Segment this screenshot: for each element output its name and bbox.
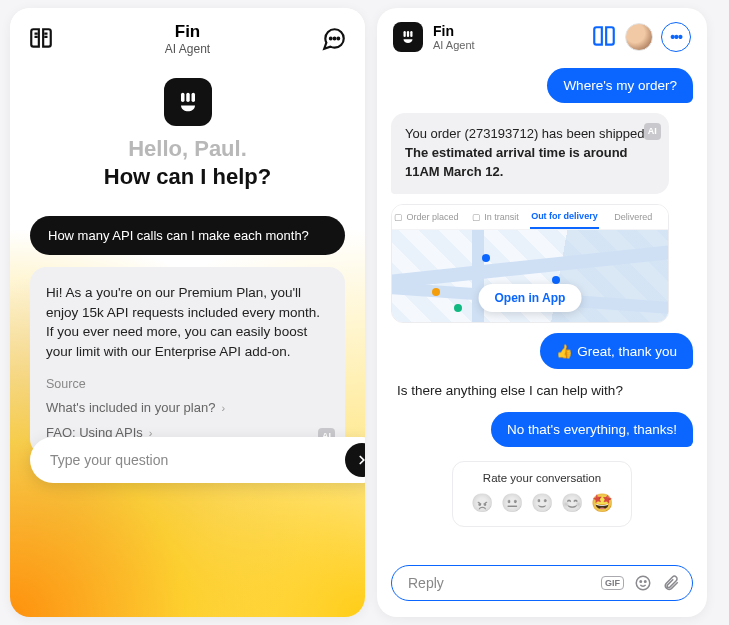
map-pin-icon	[454, 304, 462, 312]
agent-name: Fin	[165, 22, 210, 42]
svg-point-13	[636, 576, 650, 590]
greeting-hello: Hello, Paul.	[30, 136, 345, 162]
rate-3[interactable]: 🙂	[531, 492, 553, 514]
svg-rect-12	[410, 31, 412, 37]
send-button[interactable]	[345, 443, 365, 477]
svg-point-15	[645, 581, 647, 583]
svg-rect-11	[407, 31, 409, 37]
svg-point-4	[330, 38, 332, 40]
svg-rect-7	[181, 93, 185, 102]
agent-role: AI Agent	[433, 39, 475, 51]
svg-rect-10	[404, 31, 406, 37]
ai-badge: AI	[644, 123, 661, 140]
rate-4[interactable]: 😊	[561, 492, 583, 514]
user-message: 👍 Great, thank you	[540, 333, 693, 369]
left-header: Fin AI Agent	[10, 8, 365, 60]
user-message: No that's everything, thanks!	[491, 412, 693, 447]
source-link-1[interactable]: What's included in your plan? ›	[46, 399, 329, 418]
map-pin-icon	[552, 276, 560, 284]
greeting: Hello, Paul. How can I help?	[10, 136, 365, 190]
shipment-tracking-card: ▢ Order placed ▢ In transit Out for deli…	[391, 204, 669, 323]
welcome-panel: Fin AI Agent Hello, Paul. How can I help…	[10, 8, 365, 617]
user-message: Where's my order?	[547, 68, 693, 103]
svg-point-6	[337, 38, 339, 40]
agent-role: AI Agent	[165, 42, 210, 56]
sample-user-message: How many API calls can I make each month…	[30, 216, 345, 255]
svg-point-14	[640, 581, 642, 583]
rate-5[interactable]: 🤩	[591, 492, 613, 514]
emoji-icon[interactable]	[634, 574, 652, 592]
ai-line-1: You order (273193712) has been shipped!	[405, 126, 648, 141]
attachment-icon[interactable]	[662, 574, 680, 592]
question-input[interactable]	[50, 452, 345, 468]
chat-icon[interactable]	[321, 26, 347, 52]
rate-1[interactable]: 😠	[471, 492, 493, 514]
ai-message-shipping: You order (273193712) has been shipped! …	[391, 113, 669, 194]
ai-answer-card: Hi! As a you're on our Premium Plan, you…	[30, 267, 345, 455]
right-title-block: Fin AI Agent	[433, 23, 475, 51]
ai-line-2: The estimated arrival time is around 11A…	[405, 144, 655, 182]
agent-name: Fin	[433, 23, 475, 39]
map-pin-icon	[432, 288, 440, 296]
svg-rect-9	[191, 93, 195, 102]
avatar[interactable]	[625, 23, 653, 51]
rate-2[interactable]: 😐	[501, 492, 523, 514]
source-link-1-text: What's included in your plan?	[46, 399, 215, 418]
chat-body: Where's my order? You order (273193712) …	[377, 62, 707, 553]
tab-delivered[interactable]: Delivered	[599, 205, 668, 229]
conversation-panel: Fin AI Agent ••• Where's my order? You o…	[377, 8, 707, 617]
docs-icon[interactable]	[28, 26, 54, 52]
greeting-help: How can I help?	[30, 164, 345, 190]
left-title-block: Fin AI Agent	[165, 22, 210, 56]
brand-logo-small	[393, 22, 423, 52]
gif-icon[interactable]: GIF	[601, 576, 624, 590]
reply-input[interactable]	[408, 575, 591, 591]
tab-out-for-delivery[interactable]: Out for delivery	[530, 205, 599, 229]
rating-emojis: 😠 😐 🙂 😊 🤩	[471, 492, 613, 514]
reply-input-bar: GIF	[391, 565, 693, 601]
shipment-status-tabs: ▢ Order placed ▢ In transit Out for deli…	[392, 205, 668, 230]
question-input-bar	[30, 437, 365, 483]
tab-in-transit[interactable]: ▢ In transit	[461, 205, 530, 229]
ai-message: Is there anything else I can help with?	[391, 379, 629, 402]
svg-rect-8	[186, 93, 190, 102]
map-preview: Open in App	[392, 230, 668, 322]
new-chat-icon[interactable]: •••	[661, 22, 691, 52]
chevron-right-icon: ›	[221, 401, 225, 417]
svg-point-5	[334, 38, 336, 40]
tab-order-placed[interactable]: ▢ Order placed	[392, 205, 461, 229]
open-in-app-button[interactable]: Open in App	[478, 284, 581, 312]
right-header: Fin AI Agent •••	[377, 8, 707, 62]
rating-card: Rate your conversation 😠 😐 🙂 😊 🤩	[452, 461, 632, 527]
map-pin-icon	[482, 254, 490, 262]
docs-icon[interactable]	[591, 24, 617, 50]
rating-label: Rate your conversation	[471, 472, 613, 484]
ai-answer-text: Hi! As a you're on our Premium Plan, you…	[46, 283, 329, 361]
brand-logo	[164, 78, 212, 126]
source-label: Source	[46, 375, 329, 393]
